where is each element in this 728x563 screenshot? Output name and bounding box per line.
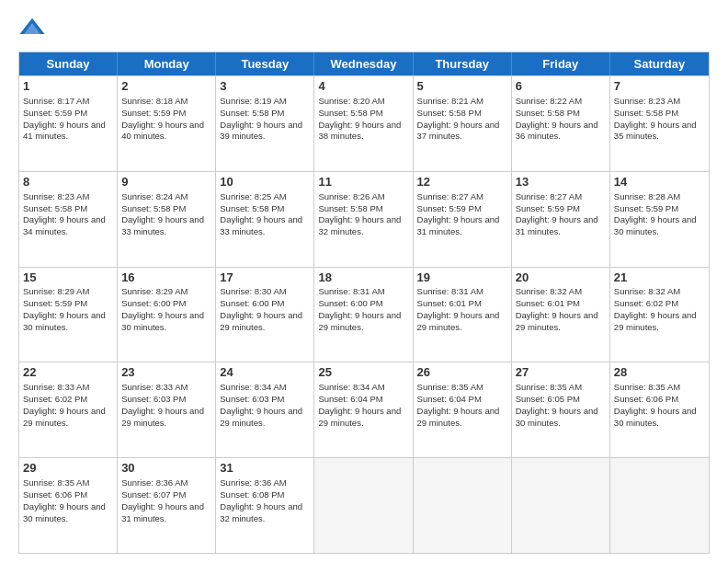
cell-info: Sunrise: 8:28 AMSunset: 5:59 PMDaylight:… <box>614 191 705 238</box>
calendar-cell-r2c3: 18Sunrise: 8:31 AMSunset: 6:00 PMDayligh… <box>314 268 413 362</box>
day-number: 21 <box>614 270 705 286</box>
cell-info: Sunrise: 8:34 AMSunset: 6:04 PMDaylight:… <box>318 382 408 429</box>
day-number: 5 <box>417 79 507 95</box>
calendar-cell-r1c1: 9Sunrise: 8:24 AMSunset: 5:58 PMDaylight… <box>118 172 216 267</box>
day-number: 4 <box>318 79 408 95</box>
day-number: 28 <box>614 365 705 381</box>
calendar-cell-r3c4: 26Sunrise: 8:35 AMSunset: 6:04 PMDayligh… <box>414 362 512 457</box>
cell-info: Sunrise: 8:31 AMSunset: 6:01 PMDaylight:… <box>417 286 507 333</box>
cell-info: Sunrise: 8:35 AMSunset: 6:04 PMDaylight:… <box>417 382 507 429</box>
day-number: 29 <box>23 461 113 477</box>
day-number: 9 <box>121 175 211 190</box>
day-number: 22 <box>23 365 113 381</box>
calendar-row-3: 22Sunrise: 8:33 AMSunset: 6:02 PMDayligh… <box>19 362 709 457</box>
day-number: 31 <box>220 461 310 477</box>
cell-info: Sunrise: 8:33 AMSunset: 6:02 PMDaylight:… <box>23 382 113 429</box>
day-number: 10 <box>220 175 310 190</box>
cell-info: Sunrise: 8:32 AMSunset: 6:01 PMDaylight:… <box>516 286 606 333</box>
day-number: 23 <box>121 365 211 381</box>
calendar-cell-r1c2: 10Sunrise: 8:25 AMSunset: 5:58 PMDayligh… <box>216 172 314 267</box>
cell-info: Sunrise: 8:27 AMSunset: 5:59 PMDaylight:… <box>516 191 606 238</box>
calendar-row-0: 1Sunrise: 8:17 AMSunset: 5:59 PMDaylight… <box>19 75 709 171</box>
day-number: 26 <box>417 365 507 381</box>
cell-info: Sunrise: 8:19 AMSunset: 5:58 PMDaylight:… <box>220 96 310 143</box>
cell-info: Sunrise: 8:36 AMSunset: 6:07 PMDaylight:… <box>121 477 211 524</box>
calendar: SundayMondayTuesdayWednesdayThursdayFrid… <box>18 52 710 554</box>
day-number: 27 <box>516 365 606 381</box>
calendar-cell-r0c6: 7Sunrise: 8:23 AMSunset: 5:58 PMDaylight… <box>610 76 709 171</box>
cell-info: Sunrise: 8:35 AMSunset: 6:05 PMDaylight:… <box>516 382 606 429</box>
calendar-cell-r2c1: 16Sunrise: 8:29 AMSunset: 6:00 PMDayligh… <box>118 268 216 362</box>
calendar-cell-r0c5: 6Sunrise: 8:22 AMSunset: 5:58 PMDaylight… <box>512 76 610 171</box>
cell-info: Sunrise: 8:17 AMSunset: 5:59 PMDaylight:… <box>23 96 113 143</box>
cell-info: Sunrise: 8:29 AMSunset: 6:00 PMDaylight:… <box>121 286 211 333</box>
day-number: 24 <box>220 365 310 381</box>
calendar-row-1: 8Sunrise: 8:23 AMSunset: 5:58 PMDaylight… <box>19 171 709 267</box>
day-number: 3 <box>220 79 310 95</box>
day-number: 6 <box>516 79 606 95</box>
calendar-cell-r3c2: 24Sunrise: 8:34 AMSunset: 6:03 PMDayligh… <box>216 362 314 457</box>
header-day-wednesday: Wednesday <box>314 52 413 75</box>
cell-info: Sunrise: 8:36 AMSunset: 6:08 PMDaylight:… <box>220 477 310 524</box>
cell-info: Sunrise: 8:21 AMSunset: 5:58 PMDaylight:… <box>417 96 507 143</box>
calendar-cell-r2c5: 20Sunrise: 8:32 AMSunset: 6:01 PMDayligh… <box>512 268 610 362</box>
calendar-cell-r0c2: 3Sunrise: 8:19 AMSunset: 5:58 PMDaylight… <box>216 76 314 171</box>
cell-info: Sunrise: 8:35 AMSunset: 6:06 PMDaylight:… <box>614 382 705 429</box>
cell-info: Sunrise: 8:32 AMSunset: 6:02 PMDaylight:… <box>614 286 705 333</box>
calendar-cell-r1c3: 11Sunrise: 8:26 AMSunset: 5:58 PMDayligh… <box>314 172 413 267</box>
calendar-cell-r2c0: 15Sunrise: 8:29 AMSunset: 5:59 PMDayligh… <box>19 268 118 362</box>
calendar-header: SundayMondayTuesdayWednesdayThursdayFrid… <box>19 52 709 75</box>
calendar-cell-r3c0: 22Sunrise: 8:33 AMSunset: 6:02 PMDayligh… <box>19 362 118 457</box>
calendar-cell-r4c2: 31Sunrise: 8:36 AMSunset: 6:08 PMDayligh… <box>216 458 314 553</box>
calendar-cell-r4c1: 30Sunrise: 8:36 AMSunset: 6:07 PMDayligh… <box>118 458 216 553</box>
calendar-row-4: 29Sunrise: 8:35 AMSunset: 6:06 PMDayligh… <box>19 457 709 553</box>
header-day-monday: Monday <box>118 52 216 75</box>
header-day-sunday: Sunday <box>19 52 118 75</box>
day-number: 7 <box>614 79 705 95</box>
calendar-cell-r0c0: 1Sunrise: 8:17 AMSunset: 5:59 PMDaylight… <box>19 76 118 171</box>
cell-info: Sunrise: 8:30 AMSunset: 6:00 PMDaylight:… <box>220 286 310 333</box>
calendar-cell-r3c3: 25Sunrise: 8:34 AMSunset: 6:04 PMDayligh… <box>314 362 413 457</box>
day-number: 30 <box>121 461 211 477</box>
calendar-cell-r1c5: 13Sunrise: 8:27 AMSunset: 5:59 PMDayligh… <box>512 172 610 267</box>
cell-info: Sunrise: 8:35 AMSunset: 6:06 PMDaylight:… <box>23 477 113 524</box>
cell-info: Sunrise: 8:24 AMSunset: 5:58 PMDaylight:… <box>121 191 211 238</box>
header-day-friday: Friday <box>512 52 610 75</box>
calendar-cell-r0c3: 4Sunrise: 8:20 AMSunset: 5:58 PMDaylight… <box>314 76 413 171</box>
calendar-cell-r4c6 <box>610 458 709 553</box>
day-number: 18 <box>318 270 408 286</box>
header-day-saturday: Saturday <box>610 52 709 75</box>
logo-icon <box>18 15 46 42</box>
calendar-cell-r3c6: 28Sunrise: 8:35 AMSunset: 6:06 PMDayligh… <box>610 362 709 457</box>
header-day-thursday: Thursday <box>414 52 512 75</box>
cell-info: Sunrise: 8:18 AMSunset: 5:59 PMDaylight:… <box>121 96 211 143</box>
day-number: 8 <box>23 175 113 190</box>
day-number: 16 <box>121 270 211 286</box>
calendar-cell-r1c6: 14Sunrise: 8:28 AMSunset: 5:59 PMDayligh… <box>610 172 709 267</box>
calendar-cell-r0c1: 2Sunrise: 8:18 AMSunset: 5:59 PMDaylight… <box>118 76 216 171</box>
logo <box>18 15 50 42</box>
cell-info: Sunrise: 8:22 AMSunset: 5:58 PMDaylight:… <box>516 96 606 143</box>
header-day-tuesday: Tuesday <box>216 52 314 75</box>
cell-info: Sunrise: 8:27 AMSunset: 5:59 PMDaylight:… <box>417 191 507 238</box>
day-number: 15 <box>23 270 113 286</box>
calendar-cell-r2c2: 17Sunrise: 8:30 AMSunset: 6:00 PMDayligh… <box>216 268 314 362</box>
day-number: 17 <box>220 270 310 286</box>
cell-info: Sunrise: 8:26 AMSunset: 5:58 PMDaylight:… <box>318 191 408 238</box>
calendar-cell-r2c4: 19Sunrise: 8:31 AMSunset: 6:01 PMDayligh… <box>414 268 512 362</box>
calendar-cell-r4c5 <box>512 458 610 553</box>
cell-info: Sunrise: 8:23 AMSunset: 5:58 PMDaylight:… <box>23 191 113 238</box>
page: SundayMondayTuesdayWednesdayThursdayFrid… <box>0 0 728 563</box>
calendar-body: 1Sunrise: 8:17 AMSunset: 5:59 PMDaylight… <box>19 75 709 553</box>
cell-info: Sunrise: 8:31 AMSunset: 6:00 PMDaylight:… <box>318 286 408 333</box>
calendar-cell-r1c4: 12Sunrise: 8:27 AMSunset: 5:59 PMDayligh… <box>414 172 512 267</box>
calendar-row-2: 15Sunrise: 8:29 AMSunset: 5:59 PMDayligh… <box>19 267 709 362</box>
day-number: 25 <box>318 365 408 381</box>
cell-info: Sunrise: 8:23 AMSunset: 5:58 PMDaylight:… <box>614 96 705 143</box>
day-number: 14 <box>614 175 705 190</box>
calendar-cell-r3c1: 23Sunrise: 8:33 AMSunset: 6:03 PMDayligh… <box>118 362 216 457</box>
day-number: 20 <box>516 270 606 286</box>
calendar-cell-r0c4: 5Sunrise: 8:21 AMSunset: 5:58 PMDaylight… <box>414 76 512 171</box>
cell-info: Sunrise: 8:34 AMSunset: 6:03 PMDaylight:… <box>220 382 310 429</box>
cell-info: Sunrise: 8:29 AMSunset: 5:59 PMDaylight:… <box>23 286 113 333</box>
